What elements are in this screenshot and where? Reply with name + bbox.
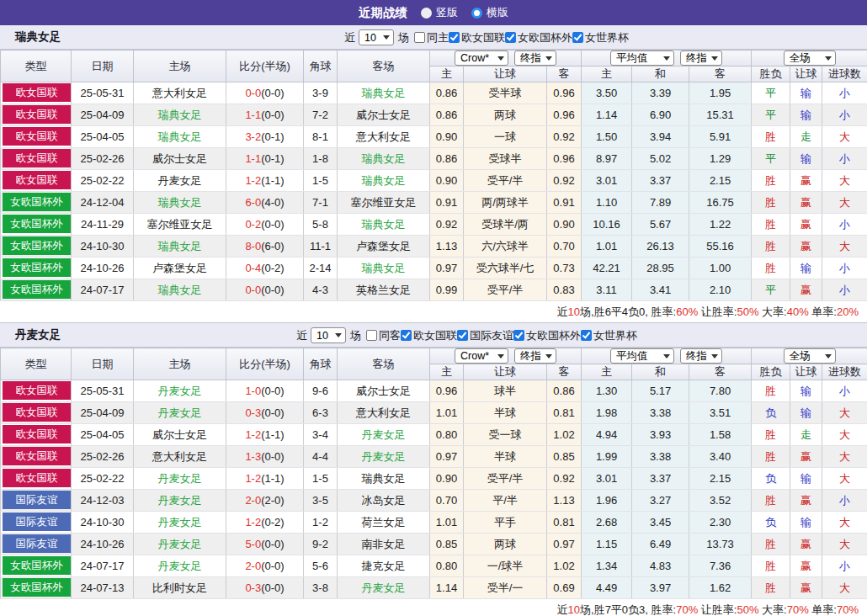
recent-count-select[interactable]: 10	[359, 29, 394, 45]
home-team[interactable]: 瑞典女足	[158, 240, 202, 252]
euro-draw-odds: 4.83	[632, 555, 689, 577]
home-team[interactable]: 威尔士女足	[152, 428, 207, 441]
col-asia-handicap: 让球	[464, 364, 547, 380]
col-type: 类型	[1, 348, 72, 380]
home-team[interactable]: 瑞典女足	[158, 196, 202, 209]
stats-summary: 近10场,胜6平4负0, 胜率:60% 让胜率:50% 大率:40% 单率:20…	[0, 301, 867, 323]
home-team[interactable]: 意大利女足	[152, 87, 207, 99]
odds-stage-select[interactable]: 终指	[514, 348, 556, 364]
layout-option-horizontal[interactable]: 横版	[471, 5, 508, 20]
bookmaker-select[interactable]: Crow*	[455, 348, 508, 364]
home-team[interactable]: 瑞典女足	[158, 284, 202, 296]
stats-summary: 近10场,胜7平0负3, 胜率:70% 让胜率:50% 大率:70% 单率:70…	[0, 599, 867, 616]
away-team[interactable]: 英格兰女足	[356, 284, 411, 296]
handicap-line: 受平/半	[464, 468, 547, 490]
home-team[interactable]: 卢森堡女足	[152, 262, 207, 274]
away-team[interactable]: 瑞典女足	[362, 472, 406, 485]
league-badge: 女欧国杯外	[3, 578, 71, 597]
away-team[interactable]: 捷克女足	[362, 560, 406, 572]
away-team[interactable]: 冰岛女足	[362, 494, 406, 507]
period-select[interactable]: 全场	[784, 50, 836, 66]
corner-score: 1-5	[304, 468, 338, 490]
euro-stage-select[interactable]: 终指	[680, 50, 722, 66]
away-team[interactable]: 丹麦女足	[362, 450, 406, 463]
asia-home-odds: 0.86	[430, 148, 464, 170]
league-checkbox[interactable]	[457, 330, 468, 341]
section-header: 瑞典女足近10场同主欧女国联女欧国杯外女世界杯	[0, 25, 867, 50]
corner-score: 5-8	[304, 214, 338, 236]
match-date: 24-10-30	[72, 236, 134, 258]
away-team[interactable]: 瑞典女足	[362, 262, 406, 274]
score: 5-0(0-0)	[226, 534, 304, 555]
period-select[interactable]: 全场	[784, 348, 836, 364]
home-team[interactable]: 比利时女足	[152, 581, 207, 594]
asia-away-odds: 1.02	[547, 424, 582, 446]
layout-option-vertical[interactable]: 竖版	[421, 5, 458, 20]
score: 3-2(0-1)	[226, 126, 304, 148]
euro-source-select[interactable]: 平均值	[610, 348, 674, 364]
away-team[interactable]: 瑞典女足	[362, 218, 406, 231]
away-team[interactable]: 意大利女足	[356, 406, 411, 419]
away-team[interactable]: 荷兰女足	[362, 516, 406, 528]
home-team[interactable]: 丹麦女足	[158, 472, 202, 485]
home-team[interactable]: 丹麦女足	[158, 406, 202, 419]
away-team[interactable]: 丹麦女足	[362, 581, 406, 594]
bookmaker-select[interactable]: Crow*	[455, 50, 508, 66]
league-checkbox[interactable]	[581, 330, 592, 341]
goals-result: 小	[822, 214, 867, 236]
home-team[interactable]: 威尔士女足	[152, 152, 207, 165]
radio-icon[interactable]	[421, 8, 432, 19]
away-team[interactable]: 卢森堡女足	[356, 240, 411, 252]
home-team[interactable]: 丹麦女足	[158, 385, 202, 397]
outcome-result: 胜	[752, 534, 790, 555]
home-team[interactable]: 意大利女足	[152, 450, 207, 463]
same-side-checkbox[interactable]	[366, 330, 377, 341]
euro-draw-odds: 3.45	[632, 512, 689, 534]
home-team[interactable]: 丹麦女足	[158, 560, 202, 572]
same-side-checkbox[interactable]	[414, 32, 425, 43]
outcome-result: 胜	[752, 170, 790, 192]
league-checkbox[interactable]	[513, 330, 524, 341]
league-badge: 欧女国联	[3, 127, 71, 146]
league-checkbox[interactable]	[449, 32, 460, 43]
home-team[interactable]: 丹麦女足	[158, 174, 202, 187]
euro-home-odds: 3.11	[582, 279, 632, 301]
away-team[interactable]: 威尔士女足	[356, 109, 411, 121]
away-team[interactable]: 瑞典女足	[362, 87, 406, 99]
euro-source-select[interactable]: 平均值	[610, 50, 674, 66]
score: 1-1(0-1)	[226, 148, 304, 170]
euro-home-odds: 1.10	[582, 192, 632, 214]
away-team[interactable]: 丹麦女足	[362, 428, 406, 441]
corner-score: 3-8	[304, 577, 338, 599]
away-team[interactable]: 威尔士女足	[356, 385, 411, 397]
recent-count-select[interactable]: 10	[311, 327, 346, 343]
away-team[interactable]: 瑞典女足	[362, 174, 406, 187]
away-team[interactable]: 瑞典女足	[362, 152, 406, 165]
odds-stage-select[interactable]: 终指	[514, 50, 556, 66]
league-checkbox[interactable]	[505, 32, 516, 43]
home-team[interactable]: 瑞典女足	[158, 109, 202, 121]
goals-result: 大	[822, 577, 867, 599]
away-team[interactable]: 意大利女足	[356, 130, 411, 143]
league-badge: 欧女国联	[3, 171, 71, 189]
home-team[interactable]: 丹麦女足	[158, 494, 202, 507]
league-checkbox[interactable]	[401, 330, 412, 341]
radio-icon[interactable]	[471, 8, 482, 19]
asia-home-odds: 0.90	[430, 468, 464, 490]
league-badge: 欧女国联	[3, 469, 71, 487]
league-badge: 女欧国杯外	[3, 258, 71, 277]
euro-away-odds: 7.36	[689, 555, 752, 577]
away-team[interactable]: 南非女足	[362, 538, 406, 550]
asia-away-odds: 0.81	[547, 402, 582, 424]
euro-stage-select[interactable]: 终指	[680, 348, 722, 364]
match-date: 25-05-31	[72, 82, 134, 104]
euro-home-odds: 1.50	[582, 126, 632, 148]
home-team[interactable]: 塞尔维亚女足	[147, 218, 213, 231]
league-checkbox-label: 女世界杯	[585, 30, 629, 45]
away-team[interactable]: 塞尔维亚女足	[351, 196, 417, 209]
home-team[interactable]: 丹麦女足	[158, 538, 202, 550]
home-team[interactable]: 丹麦女足	[158, 516, 202, 528]
league-checkbox[interactable]	[572, 32, 583, 43]
home-team[interactable]: 瑞典女足	[158, 130, 202, 143]
league-badge: 国际友谊	[3, 512, 71, 531]
